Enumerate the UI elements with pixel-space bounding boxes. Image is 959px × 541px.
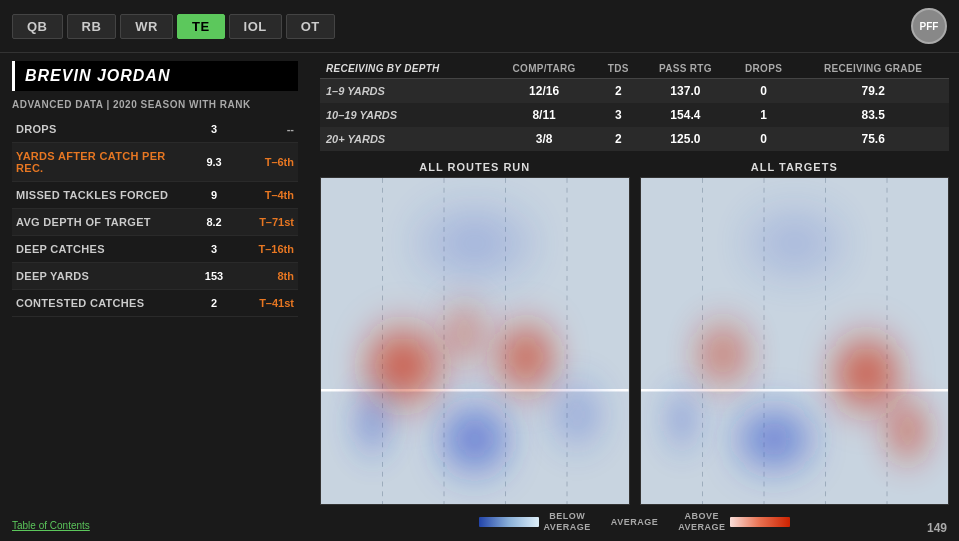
stat-value: 153 [189,263,238,290]
table-row: CONTESTED CATCHES 2 T–41st [12,290,298,317]
heatmap-right-title: ALL TARGETS [640,161,950,173]
tab-te[interactable]: TE [177,14,225,39]
heatmap-all-targets: ALL TARGETS [640,161,950,505]
heatmap-left-title: ALL ROUTES RUN [320,161,630,173]
svg-point-12 [393,194,557,292]
stat-value: 3 [189,236,238,263]
svg-point-20 [679,318,765,390]
svg-point-22 [717,403,830,475]
tab-rb[interactable]: RB [67,14,117,39]
stat-rank: T–71st [239,209,298,236]
stat-value: 2 [189,290,238,317]
table-of-contents-link[interactable]: Table of Contents [12,512,298,531]
depth-drops: 1 [730,103,797,127]
tab-ot[interactable]: OT [286,14,335,39]
table-row: 1–9 YARDS 12/16 2 137.0 0 79.2 [320,79,949,104]
top-navigation: QB RB WR TE IOL OT PFF [0,0,959,53]
svg-point-10 [342,390,404,455]
svg-point-23 [653,390,710,449]
depth-label: 20+ YARDS [320,127,493,151]
legend-above-label: ABOVEAVERAGE [678,511,725,533]
player-name-box: BREVIN JORDAN [12,61,298,91]
depth-grade: 83.5 [797,103,949,127]
svg-point-21 [871,398,943,463]
depth-drops: 0 [730,127,797,151]
depth-grade: 75.6 [797,127,949,151]
heatmap-all-routes: ALL ROUTES RUN [320,161,630,505]
col-header-depth: RECEIVING BY DEPTH [320,59,493,79]
stat-rank: 8th [239,263,298,290]
main-content: BREVIN JORDAN ADVANCED DATA | 2020 SEASO… [0,53,959,539]
table-row: AVG DEPTH OF TARGET 8.2 T–71st [12,209,298,236]
tab-qb[interactable]: QB [12,14,63,39]
table-row: 10–19 YARDS 8/11 3 154.4 1 83.5 [320,103,949,127]
depth-comp: 8/11 [493,103,596,127]
legend-below-gradient [479,517,539,527]
col-header-grade: RECEIVING GRADE [797,59,949,79]
legend-row: BELOWAVERAGE AVERAGE ABOVEAVERAGE [320,511,949,533]
table-row: 20+ YARDS 3/8 2 125.0 0 75.6 [320,127,949,151]
depth-grade: 79.2 [797,79,949,104]
table-row: MISSED TACKLES FORCED 9 T–4th [12,182,298,209]
stat-value: 9 [189,182,238,209]
heatmap-right-area [640,177,950,505]
depth-passrtg: 125.0 [641,127,730,151]
svg-point-8 [429,300,501,365]
col-header-drops: DROPS [730,59,797,79]
stat-value: 8.2 [189,209,238,236]
depth-drops: 0 [730,79,797,104]
depth-passrtg: 137.0 [641,79,730,104]
table-row: DROPS 3 -- [12,116,298,143]
stat-label: CONTESTED CATCHES [12,290,189,317]
table-row: DEEP CATCHES 3 T–16th [12,236,298,263]
depth-label: 10–19 YARDS [320,103,493,127]
stat-value: 9.3 [189,143,238,182]
page-number: 149 [927,521,947,535]
stat-rank: T–16th [239,236,298,263]
stat-rank: T–6th [239,143,298,182]
table-row: DEEP YARDS 153 8th [12,263,298,290]
legend-above: ABOVEAVERAGE [678,511,789,533]
svg-point-24 [723,198,867,289]
legend-below: BELOWAVERAGE [479,511,590,533]
stat-rank: T–4th [239,182,298,209]
col-header-tds: TDs [596,59,641,79]
tab-iol[interactable]: IOL [229,14,282,39]
advanced-data-title: ADVANCED DATA | 2020 SEASON WITH RANK [12,99,298,110]
heatmap-left-area [320,177,630,505]
stat-label: DROPS [12,116,189,143]
svg-point-9 [424,398,527,480]
stat-label: AVG DEPTH OF TARGET [12,209,189,236]
legend-avg-label: AVERAGE [611,517,658,527]
col-header-passrtg: PASS RTG [641,59,730,79]
svg-point-11 [536,379,618,451]
col-header-comp: COMP/TARG [493,59,596,79]
right-panel: RECEIVING BY DEPTH COMP/TARG TDs PASS RT… [310,53,959,539]
depth-tds: 3 [596,103,641,127]
depth-label: 1–9 YARDS [320,79,493,104]
stat-rank: T–41st [239,290,298,317]
pff-logo: PFF [911,8,947,44]
stat-rank: -- [239,116,298,143]
receiving-depth-table: RECEIVING BY DEPTH COMP/TARG TDs PASS RT… [320,59,949,151]
table-row: YARDS AFTER CATCH PER REC. 9.3 T–6th [12,143,298,182]
depth-comp: 12/16 [493,79,596,104]
heatmap-right-svg [641,178,949,504]
stats-table: DROPS 3 -- YARDS AFTER CATCH PER REC. 9.… [12,116,298,317]
legend-below-label: BELOWAVERAGE [543,511,590,533]
heatmap-left-svg [321,178,629,504]
legend-above-gradient [730,517,790,527]
stat-label: MISSED TACKLES FORCED [12,182,189,209]
stat-label: DEEP CATCHES [12,236,189,263]
depth-passrtg: 154.4 [641,103,730,127]
depth-tds: 2 [596,127,641,151]
depth-tds: 2 [596,79,641,104]
player-name: BREVIN JORDAN [25,67,170,84]
stat-label: YARDS AFTER CATCH PER REC. [12,143,189,182]
stat-value: 3 [189,116,238,143]
heatmaps-row: ALL ROUTES RUN [320,161,949,505]
left-panel: BREVIN JORDAN ADVANCED DATA | 2020 SEASO… [0,53,310,539]
depth-comp: 3/8 [493,127,596,151]
tab-wr[interactable]: WR [120,14,173,39]
stat-label: DEEP YARDS [12,263,189,290]
